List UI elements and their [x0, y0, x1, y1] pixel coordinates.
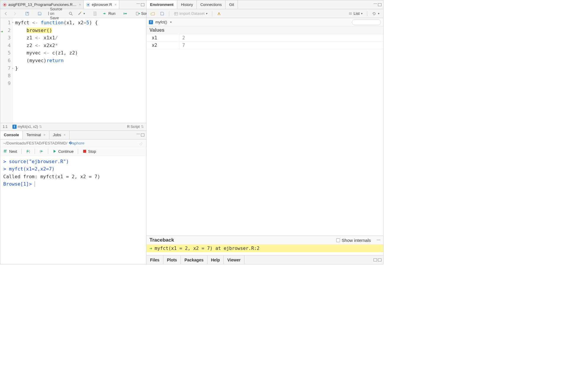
- values-section-header: Values: [146, 26, 383, 34]
- close-icon[interactable]: ×: [79, 2, 81, 7]
- tab-jobs[interactable]: Jobs×: [49, 131, 70, 139]
- close-icon[interactable]: ×: [115, 2, 117, 7]
- environment-search-input[interactable]: [352, 19, 381, 25]
- environment-row[interactable]: x27: [146, 42, 383, 49]
- tab-packages[interactable]: Packages: [181, 256, 207, 264]
- pane-controls: [135, 134, 146, 136]
- tab-console[interactable]: Console: [0, 131, 23, 139]
- svg-rect-24: [174, 12, 178, 15]
- maximize-icon[interactable]: [141, 3, 144, 6]
- save-workspace-icon[interactable]: [158, 11, 166, 17]
- clear-workspace-icon[interactable]: [215, 11, 223, 17]
- editor-tab-bar: asigFEPR_13_ProgramaFunciones.R… × ejbro…: [0, 0, 146, 9]
- line-number: 4: [8, 43, 11, 48]
- svg-line-7: [71, 14, 73, 15]
- collapse-icon[interactable]: [377, 240, 380, 240]
- import-dataset-button[interactable]: Import Dataset▾: [172, 11, 209, 17]
- traceback-row[interactable]: ➔myfct(x1 = 2, x2 = 7) at ejbrowser.R:2: [146, 245, 383, 252]
- editor-status-bar: 1:1 f myfct(x1, x2) ⇅ R Script ⇅: [0, 123, 146, 131]
- code-body[interactable]: myfct <- function(x1, x2=5) { browser() …: [13, 18, 146, 123]
- working-directory: ~/Downloads/FESTAD/FESTADRMD/: [3, 141, 67, 145]
- tab-connections[interactable]: Connections: [197, 0, 226, 9]
- line-number: 7: [8, 65, 11, 71]
- line-number: 2: [8, 28, 11, 33]
- refresh-icon[interactable]: ▾: [370, 11, 381, 17]
- debug-continue-button[interactable]: Continue: [52, 149, 74, 154]
- next-label: Next: [9, 149, 17, 154]
- tab-history[interactable]: History: [177, 0, 197, 9]
- tab-help[interactable]: Help: [207, 256, 224, 264]
- load-workspace-icon[interactable]: [149, 11, 157, 17]
- restore-icon[interactable]: [373, 258, 377, 261]
- var-name: x1: [146, 34, 179, 41]
- forward-icon[interactable]: [11, 11, 19, 17]
- line-number: 3: [8, 35, 11, 41]
- maximize-icon[interactable]: [378, 3, 381, 6]
- svg-point-6: [69, 12, 72, 15]
- view-mode-button[interactable]: List▾: [347, 11, 364, 17]
- maximize-icon[interactable]: [378, 258, 381, 261]
- fold-icon[interactable]: ▴: [12, 66, 14, 70]
- var-value: 2: [179, 34, 383, 41]
- clear-icon[interactable]: [139, 141, 143, 145]
- minimize-icon[interactable]: [136, 134, 140, 134]
- run-button[interactable]: Run: [101, 11, 117, 17]
- rmarkdown-icon: [3, 3, 7, 7]
- pane-controls: [135, 3, 146, 6]
- var-value: 7: [179, 42, 383, 49]
- debug-toolbar: Next {} { Continue Stop: [0, 147, 146, 156]
- minimize-icon[interactable]: [136, 4, 140, 4]
- editor-tab-active[interactable]: ejbrowser.R ×: [84, 0, 119, 9]
- console-path: ~/Downloads/FESTAD/FESTADRMD/ �aphore: [0, 139, 146, 147]
- svg-point-11: [80, 12, 80, 12]
- editor-tab[interactable]: asigFEPR_13_ProgramaFunciones.R… ×: [0, 0, 84, 9]
- debug-step-out-button[interactable]: {: [39, 149, 44, 154]
- tab-viewer[interactable]: Viewer: [224, 256, 244, 264]
- maximize-icon[interactable]: [141, 134, 144, 136]
- scope-selector[interactable]: myfct(): [155, 20, 167, 24]
- tab-label: ejbrowser.R: [92, 2, 112, 7]
- rerun-button[interactable]: [122, 11, 129, 17]
- line-number: 1: [8, 20, 11, 25]
- close-icon[interactable]: ×: [43, 133, 46, 137]
- environment-toolbar: Import Dataset▾ List▾ ▾: [146, 9, 383, 18]
- svg-point-3: [87, 4, 89, 5]
- minimize-icon[interactable]: [373, 4, 377, 4]
- save-icon[interactable]: [36, 11, 44, 17]
- arrow-icon: ➔: [149, 246, 152, 251]
- environment-tab-bar: Environment History Connections Git: [146, 0, 383, 9]
- function-icon: f: [12, 125, 17, 129]
- language-label[interactable]: R Script: [127, 125, 140, 129]
- tab-git[interactable]: Git: [226, 0, 238, 9]
- find-icon[interactable]: [67, 11, 75, 17]
- scope-label[interactable]: myfct(x1, x2): [18, 125, 38, 129]
- tab-terminal[interactable]: Terminal×: [23, 131, 49, 139]
- debug-next-button[interactable]: Next: [3, 149, 17, 154]
- source-on-save-checkbox[interactable]: [48, 12, 49, 15]
- goto-dir-icon[interactable]: �aphore: [69, 141, 84, 145]
- debug-stop-button[interactable]: Stop: [82, 149, 96, 154]
- svg-rect-23: [83, 150, 86, 153]
- cursor-position: 1:1: [3, 125, 8, 129]
- environment-row[interactable]: x12: [146, 34, 383, 42]
- fold-icon[interactable]: ▾: [12, 20, 14, 25]
- tab-environment[interactable]: Environment: [146, 0, 177, 9]
- pane-controls: [372, 258, 383, 261]
- console-output[interactable]: > source("ejbrowser.R")> myfct(x1=2,x2=7…: [0, 156, 146, 264]
- svg-line-8: [78, 12, 81, 15]
- var-name: x2: [146, 42, 179, 49]
- show-internals-label: Show internals: [342, 238, 371, 243]
- svg-point-1: [4, 4, 5, 5]
- show-internals-checkbox[interactable]: [336, 238, 340, 242]
- wand-icon[interactable]: ▾: [76, 11, 86, 17]
- back-icon[interactable]: [2, 11, 10, 17]
- debug-step-into-button[interactable]: {}: [26, 149, 30, 154]
- close-icon[interactable]: ×: [63, 133, 66, 137]
- notebook-icon[interactable]: [91, 11, 99, 17]
- code-editor[interactable]: 1▾ ➔2 3 4 5 6 7▴ 8 9 myfct <- function(x…: [0, 18, 146, 123]
- current-line-arrow-icon: ➔: [1, 28, 3, 35]
- show-in-new-window-icon[interactable]: [23, 11, 31, 17]
- svg-point-10: [81, 12, 82, 12]
- tab-plots[interactable]: Plots: [163, 256, 181, 264]
- tab-files[interactable]: Files: [146, 256, 163, 264]
